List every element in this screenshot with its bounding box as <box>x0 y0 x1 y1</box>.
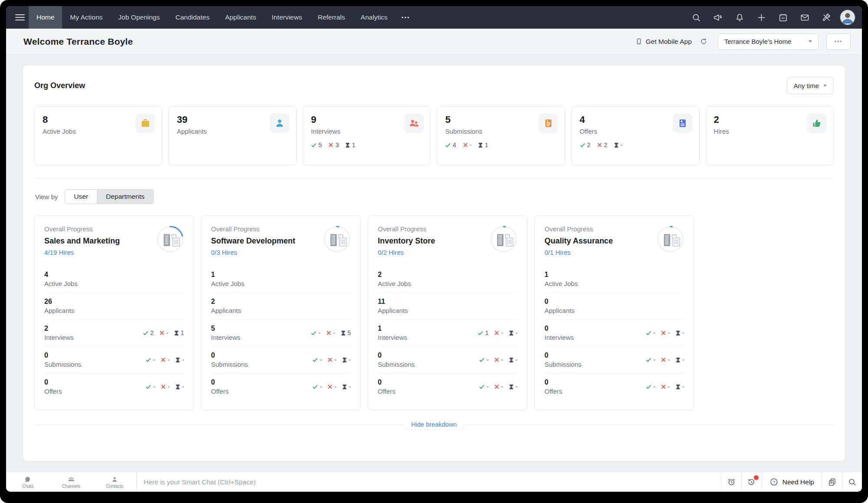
chat-tab-contacts[interactable]: Contacts <box>93 472 136 492</box>
add-icon[interactable] <box>756 13 766 23</box>
completed-count: - <box>646 356 655 363</box>
pending-count: - <box>342 356 351 363</box>
announcement-icon[interactable] <box>713 13 723 23</box>
pending-count: - <box>175 356 184 363</box>
dept-row-main: 0Applicants <box>545 298 574 314</box>
dept-row-breakdown: --- <box>312 383 351 390</box>
nav-item-candidates[interactable]: Candidates <box>168 6 217 29</box>
pending-count: 5 <box>341 329 351 336</box>
alarm-icon[interactable] <box>721 472 741 492</box>
dept-row-value: 11 <box>378 298 408 306</box>
check-icon <box>143 330 149 336</box>
dept-rows: 1Active Jobs2Applicants5Interviews--50Su… <box>211 266 351 400</box>
dashboard-selector[interactable]: Terrance Boyle's Home <box>718 33 818 50</box>
dept-row-value: 0 <box>211 378 229 386</box>
dept-row-offers: 0Offers--- <box>378 373 518 400</box>
dept-row-offers: 0Offers--- <box>545 373 684 400</box>
completed-count: - <box>145 383 155 390</box>
main-nav: HomeMy ActionsJob OpeningsCandidatesAppl… <box>29 6 416 29</box>
dept-row-value: 26 <box>44 298 74 306</box>
dept-row-label: Interviews <box>44 334 74 341</box>
view-by-option-departments[interactable]: Departments <box>97 190 153 204</box>
menu-icon[interactable] <box>11 6 29 29</box>
pending-count: - <box>614 141 623 148</box>
chat-tab-chats[interactable]: Chats <box>6 472 50 492</box>
time-filter-value: Any time <box>794 82 819 89</box>
dept-row-label: Offers <box>545 388 562 395</box>
dept-row-label: Offers <box>211 388 229 395</box>
nav-item-home[interactable]: Home <box>29 6 62 29</box>
setup-tools-icon[interactable] <box>822 13 832 23</box>
stat-card-offers[interactable]: 4Offers22- <box>571 106 700 165</box>
completed-count: - <box>145 356 155 363</box>
dept-row-applicants: 2Applicants <box>211 293 351 319</box>
stat-card-hires[interactable]: 2Hires <box>706 106 834 165</box>
dept-row-label: Active Jobs <box>211 280 244 287</box>
department-hires-link[interactable]: 4/19 Hires <box>44 249 74 256</box>
pending-count: - <box>342 383 351 390</box>
refresh-icon[interactable] <box>700 36 710 47</box>
department-progress-ring <box>657 225 684 253</box>
dept-row-applicants: 26Applicants <box>44 293 184 319</box>
stat-card-applicants[interactable]: 39Applicants <box>168 106 297 165</box>
buildings-icon <box>490 225 518 253</box>
overall-progress-label: Overall Progress <box>545 225 613 233</box>
nav-item-interviews[interactable]: Interviews <box>264 6 310 29</box>
department-hires-link[interactable]: 0/1 Hires <box>545 249 571 256</box>
dept-row-label: Submissions <box>211 361 248 368</box>
dept-row-main: 26Applicants <box>44 298 74 314</box>
department-hires-link[interactable]: 0/2 Hires <box>378 249 404 256</box>
dept-row-main: 0Offers <box>378 378 396 395</box>
department-progress-ring <box>323 225 351 253</box>
window-frame: HomeMy ActionsJob OpeningsCandidatesAppl… <box>0 0 868 503</box>
reminder-group <box>721 472 761 492</box>
dept-row-value: 1 <box>545 271 578 279</box>
mail-icon[interactable] <box>800 13 810 23</box>
time-filter-dropdown[interactable]: Any time <box>787 77 834 94</box>
need-help-button[interactable]: ? Need Help <box>761 472 822 492</box>
completed-count: - <box>646 383 655 390</box>
smart-chat-input[interactable] <box>144 478 714 486</box>
pending-count: 1 <box>345 141 355 148</box>
help-icon: ? <box>769 477 779 487</box>
cancel-icon <box>161 384 166 389</box>
view-by-option-user[interactable]: User <box>65 190 97 204</box>
department-name: Software Development <box>211 237 295 246</box>
department-name: Sales and Marketing <box>44 237 120 246</box>
search-icon[interactable] <box>691 13 701 23</box>
stat-card-active-jobs[interactable]: 8Active Jobs <box>34 106 162 165</box>
pending-hourglass-icon <box>676 357 680 363</box>
cancelled-count: - <box>463 141 472 148</box>
notification-bell-icon[interactable] <box>735 13 745 23</box>
nav-item-referrals[interactable]: Referrals <box>310 6 353 29</box>
header-more-button[interactable]: ••• <box>826 33 851 50</box>
dept-row-value: 1 <box>211 271 244 279</box>
dept-row-active-jobs: 2Active Jobs <box>378 266 518 293</box>
chat-tab-channels[interactable]: Channels <box>50 472 93 492</box>
department-card-software-development: Overall ProgressSoftware Development0/3 … <box>201 215 361 410</box>
check-icon <box>312 384 318 390</box>
dept-row-main: 0Offers <box>211 378 229 395</box>
stat-card-interviews[interactable]: 9Interviews531 <box>303 106 431 165</box>
nav-item-analytics[interactable]: Analytics <box>353 6 396 29</box>
dept-head-text: Overall ProgressSoftware Development0/3 … <box>211 225 295 256</box>
nav-item-applicants[interactable]: Applicants <box>217 6 264 29</box>
hide-breakdown-link[interactable]: Hide breakdown <box>403 420 465 429</box>
avatar[interactable] <box>840 10 855 25</box>
dept-row-main: 0Submissions <box>545 352 581 368</box>
check-icon <box>311 330 317 336</box>
search-icon[interactable] <box>842 472 862 492</box>
stat-card-submissions[interactable]: 5Submissions4-1 <box>437 106 565 165</box>
history-icon[interactable] <box>741 472 761 492</box>
department-hires-link[interactable]: 0/3 Hires <box>211 249 237 256</box>
nav-item-my-actions[interactable]: My Actions <box>62 6 110 29</box>
dept-row-value: 4 <box>44 271 78 279</box>
hide-breakdown-row: Hide breakdown <box>34 425 834 442</box>
nav-overflow-button[interactable]: ••• <box>396 6 416 29</box>
nav-item-job-openings[interactable]: Job Openings <box>110 6 168 29</box>
calendar-icon[interactable]: 31 <box>778 13 788 23</box>
cancel-icon <box>326 330 331 335</box>
get-mobile-app-button[interactable]: Get Mobile App <box>635 38 692 46</box>
dept-row-interviews: 5Interviews--5 <box>211 319 351 346</box>
copy-icon[interactable] <box>822 472 842 492</box>
